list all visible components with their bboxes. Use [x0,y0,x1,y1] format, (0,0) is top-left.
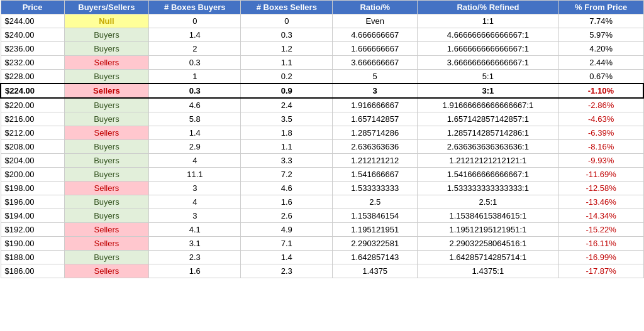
ratio-refined-cell: 2.5:1 [418,195,559,209]
boxes-buyers-cell: 0.3 [149,84,241,98]
ratio-cell: 1.642857143 [333,251,418,264]
table-row: $188.00Buyers2.31.41.6428571431.64285714… [1,251,643,264]
pct-from-price-cell: -16.11% [558,237,643,251]
header-row: PriceBuyers/Sellers# Boxes Buyers# Boxes… [1,1,643,14]
ratio-cell: 1.153846154 [333,209,418,223]
buyers-sellers-cell: Buyers [64,251,149,264]
buyers-sellers-cell: Buyers [64,28,149,42]
table-row: $224.00Sellers0.30.933:1-1.10% [1,84,643,98]
ratio-refined-cell: 1:1 [418,14,559,28]
ratio-refined-cell: 2.636363636363636:1 [418,140,559,154]
boxes-sellers-cell: 2.3 [241,264,333,278]
ratio-cell: 1.195121951 [333,223,418,237]
ratio-cell: Even [333,14,418,28]
ratio-refined-cell: 1.657142857142857:1 [418,112,559,126]
table-row: $196.00Buyers41.62.52.5:1-13.46% [1,195,643,209]
boxes-buyers-cell: 0 [149,14,241,28]
table-row: $190.00Sellers3.17.12.2903225812.2903225… [1,237,643,251]
ratio-refined-cell: 2.29032258064516:1 [418,237,559,251]
ratio-refined-cell: 1.21212121212121:1 [418,154,559,168]
table-row: $200.00Buyers11.17.21.5416666671.5416666… [1,168,643,182]
ratio-cell: 1.666666667 [333,42,418,56]
table-row: $208.00Buyers2.91.12.6363636362.63636363… [1,140,643,154]
boxes-sellers-cell: 1.2 [241,42,333,56]
col-header---from-price: % From Price [558,1,643,14]
price-cell: $232.00 [1,56,64,70]
pct-from-price-cell: -17.87% [558,264,643,278]
boxes-buyers-cell: 4 [149,154,241,168]
col-header---boxes-buyers: # Boxes Buyers [149,1,241,14]
buyers-sellers-cell: Null [64,14,149,28]
boxes-sellers-cell: 1.6 [241,195,333,209]
boxes-buyers-cell: 0.3 [149,56,241,70]
ratio-refined-cell: 3:1 [418,84,559,98]
pct-from-price-cell: 0.67% [558,70,643,84]
ratio-refined-cell: 1.91666666666666667:1 [418,98,559,112]
pct-from-price-cell: -1.10% [558,84,643,98]
buyers-sellers-cell: Sellers [64,126,149,140]
pct-from-price-cell: -15.22% [558,223,643,237]
table-row: $192.00Sellers4.14.91.1951219511.1951219… [1,223,643,237]
boxes-sellers-cell: 0 [241,14,333,28]
boxes-buyers-cell: 4.6 [149,98,241,112]
buyers-sellers-cell: Buyers [64,42,149,56]
buyers-sellers-cell: Buyers [64,195,149,209]
boxes-sellers-cell: 1.8 [241,126,333,140]
boxes-sellers-cell: 7.2 [241,168,333,182]
pct-from-price-cell: 7.74% [558,14,643,28]
boxes-buyers-cell: 11.1 [149,168,241,182]
ratio-cell: 3 [333,84,418,98]
ratio-refined-cell: 1.541666666666667:1 [418,168,559,182]
boxes-sellers-cell: 1.4 [241,251,333,264]
pct-from-price-cell: -13.46% [558,195,643,209]
boxes-sellers-cell: 4.6 [241,182,333,195]
boxes-buyers-cell: 1.4 [149,126,241,140]
boxes-buyers-cell: 1.6 [149,264,241,278]
price-cell: $186.00 [1,264,64,278]
boxes-buyers-cell: 2.9 [149,140,241,154]
ratio-refined-cell: 3.666666666666667:1 [418,56,559,70]
ratio-cell: 2.636363636 [333,140,418,154]
ratio-refined-cell: 1.15384615384615:1 [418,209,559,223]
boxes-sellers-cell: 0.2 [241,70,333,84]
buyers-sellers-cell: Sellers [64,264,149,278]
ratio-refined-cell: 1.4375:1 [418,264,559,278]
price-cell: $216.00 [1,112,64,126]
ratio-refined-cell: 1.285714285714286:1 [418,126,559,140]
buyers-sellers-cell: Sellers [64,223,149,237]
price-cell: $196.00 [1,195,64,209]
price-cell: $212.00 [1,126,64,140]
buyers-sellers-cell: Sellers [64,182,149,195]
pct-from-price-cell: -11.69% [558,168,643,182]
table-row: $232.00Sellers0.31.13.6666666673.6666666… [1,56,643,70]
col-header-ratio---refined: Ratio/% Refined [418,1,559,14]
pct-from-price-cell: 5.97% [558,28,643,42]
boxes-buyers-cell: 3 [149,182,241,195]
price-cell: $198.00 [1,182,64,195]
buyers-sellers-cell: Buyers [64,140,149,154]
col-header-price: Price [1,1,64,14]
ratio-cell: 1.533333333 [333,182,418,195]
boxes-sellers-cell: 3.5 [241,112,333,126]
buyers-sellers-cell: Buyers [64,168,149,182]
ratio-refined-cell: 1.19512195121951:1 [418,223,559,237]
ratio-cell: 2.5 [333,195,418,209]
boxes-buyers-cell: 3 [149,209,241,223]
price-cell: $236.00 [1,42,64,56]
table-row: $228.00Buyers10.255:10.67% [1,70,643,84]
buyers-sellers-cell: Buyers [64,70,149,84]
pct-from-price-cell: -9.93% [558,154,643,168]
pct-from-price-cell: -12.58% [558,182,643,195]
boxes-sellers-cell: 0.3 [241,28,333,42]
pct-from-price-cell: -14.34% [558,209,643,223]
buyers-sellers-cell: Sellers [64,84,149,98]
price-cell: $200.00 [1,168,64,182]
price-cell: $190.00 [1,237,64,251]
table-row: $204.00Buyers43.31.2121212121.2121212121… [1,154,643,168]
price-cell: $204.00 [1,154,64,168]
price-cell: $224.00 [1,84,64,98]
ratio-cell: 1.4375 [333,264,418,278]
pct-from-price-cell: -4.63% [558,112,643,126]
price-cell: $188.00 [1,251,64,264]
table-row: $240.00Buyers1.40.34.6666666674.66666666… [1,28,643,42]
